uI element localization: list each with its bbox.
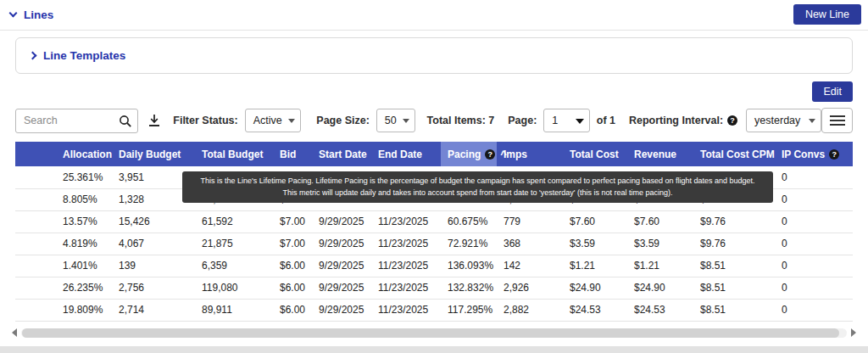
lines-table: Allocation Daily Budget Total Budget Bid… xyxy=(15,142,853,322)
table-toolbar: Filter Status: Active Page Size: 50 Tota… xyxy=(15,108,853,133)
pacing-tooltip: This is the Line's Lifetime Pacing. Life… xyxy=(182,171,773,203)
scroll-right-arrow[interactable] xyxy=(851,328,856,337)
page-select[interactable]: 1 xyxy=(543,109,589,132)
table-cell: 139 xyxy=(112,255,195,277)
table-cell: 9/29/2025 xyxy=(312,233,371,255)
col-start-date[interactable]: Start Date xyxy=(312,142,371,166)
table-cell: 119,080 xyxy=(195,277,273,299)
new-line-button[interactable]: New Line xyxy=(793,4,861,25)
col-ip-convs[interactable]: IP Convs? xyxy=(775,142,853,166)
info-icon[interactable]: ? xyxy=(727,115,737,126)
table-cell: 136.093% xyxy=(441,255,497,277)
table-cell: 0 xyxy=(775,210,853,233)
table-cell: 0 xyxy=(775,188,853,210)
scroll-left-arrow[interactable] xyxy=(12,328,17,337)
table-row[interactable]: 13.57%15,42661,592$7.009/29/202511/23/20… xyxy=(15,210,853,233)
edit-button[interactable]: Edit xyxy=(812,81,853,102)
chevron-down-icon xyxy=(809,119,815,123)
table-cell: 11/23/2025 xyxy=(371,277,441,299)
page-value: 1 xyxy=(552,115,558,126)
table-cell: 9/29/2025 xyxy=(312,299,371,321)
edit-row: Edit xyxy=(15,81,853,102)
page-size-select[interactable]: 50 xyxy=(376,109,415,132)
line-templates-toggle[interactable]: Line Templates xyxy=(30,49,838,62)
lines-header-bar: Lines New Line xyxy=(0,0,868,31)
line-templates-label: Line Templates xyxy=(43,49,125,62)
filter-status-select[interactable]: Active xyxy=(245,109,302,132)
column-menu-button[interactable] xyxy=(821,108,853,133)
col-allocation[interactable]: Allocation xyxy=(15,142,112,166)
reporting-interval-value: yesterday xyxy=(754,115,800,126)
table-cell: 0 xyxy=(775,166,853,188)
col-total-cost-cpm[interactable]: Total Cost CPM xyxy=(693,142,775,166)
table-cell: 0 xyxy=(775,233,853,255)
chevron-down-icon xyxy=(288,119,295,123)
table-cell: $7.60 xyxy=(563,210,627,233)
table-cell: 26.235% xyxy=(15,277,112,299)
table-cell: 13.57% xyxy=(15,210,112,233)
table-row[interactable]: 19.809%2,71489,911$6.009/29/202511/23/20… xyxy=(15,299,853,321)
table-cell: 132.832% xyxy=(441,277,497,299)
download-icon[interactable] xyxy=(147,114,161,127)
table-row[interactable]: 4.819%4,06721,875$7.009/29/202511/23/202… xyxy=(15,233,853,255)
table-cell: $24.53 xyxy=(627,299,693,321)
lines-page: Lines New Line Line Templates Edit Filte… xyxy=(0,0,868,353)
horizontal-scrollbar[interactable] xyxy=(12,328,856,339)
lines-section-label: Lines xyxy=(24,8,53,21)
table-row[interactable]: 1.401%1396,359$6.009/29/202511/23/202513… xyxy=(15,255,853,277)
col-daily-budget[interactable]: Daily Budget xyxy=(112,142,195,166)
table-cell: 72.921% xyxy=(441,233,497,255)
col-imps[interactable]: Imps xyxy=(497,142,563,166)
table-cell: 21,875 xyxy=(195,233,273,255)
table-cell: 1.401% xyxy=(15,255,112,277)
of-total-label: of 1 xyxy=(597,115,615,126)
col-revenue[interactable]: Revenue xyxy=(627,142,693,166)
table-cell: $1.21 xyxy=(627,255,693,277)
table-cell: $9.76 xyxy=(693,210,775,233)
info-icon[interactable]: ? xyxy=(485,149,495,160)
col-bid[interactable]: Bid xyxy=(273,142,312,166)
table-row[interactable]: 26.235%2,756119,080$6.009/29/202511/23/2… xyxy=(15,277,853,299)
table-cell: 368 xyxy=(497,233,563,255)
table-cell: 89,911 xyxy=(195,299,273,321)
table-cell: 4,067 xyxy=(112,233,195,255)
table-cell: 142 xyxy=(497,255,563,277)
table-cell: $3.59 xyxy=(563,233,627,255)
reporting-interval-text: Reporting Interval: xyxy=(629,115,723,126)
filter-status-label: Filter Status: xyxy=(173,115,237,126)
page-bottom-strip xyxy=(0,346,868,353)
info-icon[interactable]: ? xyxy=(829,149,839,160)
page-size-label: Page Size: xyxy=(316,115,370,126)
table-cell: $6.00 xyxy=(273,277,312,299)
table-cell: $8.51 xyxy=(693,299,775,321)
table-cell: 19.809% xyxy=(15,299,112,321)
table-cell: $7.60 xyxy=(627,210,693,233)
table-cell: 9/29/2025 xyxy=(312,255,371,277)
reporting-interval-select[interactable]: yesterday xyxy=(746,109,821,132)
scrollbar-track[interactable] xyxy=(21,328,847,338)
dropdown-arrow-icon xyxy=(576,119,584,124)
col-total-cost[interactable]: Total Cost xyxy=(563,142,627,166)
col-end-date[interactable]: End Date xyxy=(371,142,441,166)
col-pacing[interactable]: Pacing?^ xyxy=(441,142,497,166)
page-label: Page: xyxy=(508,115,537,126)
table-cell: 4.819% xyxy=(15,233,112,255)
scrollbar-thumb[interactable] xyxy=(22,328,839,338)
table-header-row: Allocation Daily Budget Total Budget Bid… xyxy=(15,142,853,166)
table-cell: $6.00 xyxy=(273,299,312,321)
table-cell: 6,359 xyxy=(195,255,273,277)
table-cell: 8.805% xyxy=(15,188,112,210)
lines-section-toggle[interactable]: Lines xyxy=(10,8,53,21)
filter-status-value: Active xyxy=(253,115,282,126)
table-cell: 11/23/2025 xyxy=(371,255,441,277)
table-cell: 117.295% xyxy=(441,299,497,321)
search-icon[interactable] xyxy=(119,115,132,128)
table-cell: 15,426 xyxy=(112,210,195,233)
table-cell: 2,882 xyxy=(497,299,563,321)
table-cell: $7.00 xyxy=(273,233,312,255)
table-cell: 11/23/2025 xyxy=(371,210,441,233)
table-cell: $24.90 xyxy=(563,277,627,299)
chevron-right-icon xyxy=(29,52,37,60)
table-cell: 0 xyxy=(775,277,853,299)
col-total-budget[interactable]: Total Budget xyxy=(195,142,273,166)
